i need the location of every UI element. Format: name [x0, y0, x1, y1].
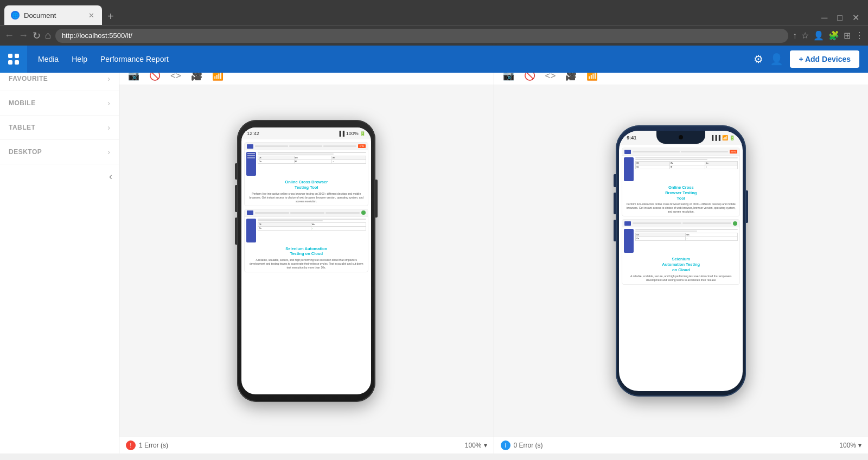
card2-heading-iphone: SeleniumAutomation Testingon Cloud [626, 257, 736, 272]
minimize-button[interactable]: ─ [817, 12, 832, 23]
address-bar[interactable] [62, 31, 782, 40]
card-1-galaxy: BTN [244, 142, 368, 206]
iphone12-panel: iPhone 12 (1170x2532 | 6.1 in) ↻ ✕ 📷 🚫 <… [494, 46, 869, 453]
android-status-bar: 12:42 ▐▐ 100% 🔋 [241, 127, 371, 139]
desktop-chevron-icon: › [107, 148, 110, 156]
app-bar-main: Media Help Performance Report ⚙ 👤 + Add … [0, 46, 868, 73]
logo-icon-main [6, 52, 21, 67]
galaxy-note9-footer: ! 1 Error (s) 100% ▾ [119, 437, 494, 453]
account-button-main[interactable]: 👤 [770, 53, 783, 66]
card1-text-galaxy: Perform live-interactive online cross br… [248, 192, 365, 203]
settings-button-main[interactable]: ⚙ [754, 53, 763, 66]
iphone-zoom-control[interactable]: 100% ▾ [839, 442, 861, 449]
browser-tab-active[interactable]: 🌐 Document ✕ [4, 5, 102, 25]
zoom-control[interactable]: 100% ▾ [465, 442, 487, 449]
zoom-value: 100% [465, 442, 482, 449]
new-tab-button[interactable]: + [104, 10, 117, 23]
card2-text-iphone: A reliable, scalable, secure, and high p… [626, 274, 736, 282]
window-controls: ─ □ ✕ [817, 12, 864, 23]
sidebar-collapse-button[interactable]: ‹ [107, 169, 114, 184]
nav-performance-main[interactable]: Performance Report [100, 55, 169, 63]
svg-rect-5 [15, 54, 19, 58]
mobile-chevron-icon: › [107, 99, 110, 107]
browser-toolbar: ← → ↻ ⌂ ↑ ☆ 👤 🧩 ⊞ ⋮ [0, 25, 868, 46]
browser-chrome: 🌐 Document ✕ + ─ □ ✕ [0, 0, 868, 25]
android-time: 12:42 [247, 131, 259, 136]
galaxy-note9-view: 12:42 ▐▐ 100% 🔋 [119, 85, 494, 437]
app-logo-main [0, 46, 27, 73]
iphone12-view: 9:41 ▐▐▐ 📶 🔋 [494, 85, 869, 437]
app-actions-main: ⚙ 👤 + Add Devices [754, 50, 868, 68]
zoom-chevron-icon: ▾ [484, 442, 487, 449]
close-window-button[interactable]: ✕ [848, 12, 864, 23]
sidebar-item-tablet[interactable]: TABLET › [0, 116, 119, 140]
iphone-notch [656, 131, 705, 144]
galaxy-note9-screen: 12:42 ▐▐ 100% 🔋 [241, 127, 371, 394]
card-1-iphone: BTN OSWinVer Chr90✓ [622, 148, 740, 216]
sidebar-item-desktop[interactable]: DESKTOP › [0, 140, 119, 164]
content-area: Media Help Performance Report ⚙ 👤 + Add … [119, 46, 868, 453]
tablet-chevron-icon: › [107, 123, 110, 132]
sidebar: 🔍 FAVOURITE › MOBILE › TABLET › DESKTOP … [0, 46, 119, 453]
iphone-zoom-chevron-icon: ▾ [858, 442, 861, 449]
favourite-label: FAVOURITE [9, 75, 48, 82]
nav-media-main[interactable]: Media [38, 55, 59, 63]
svg-rect-7 [15, 60, 19, 65]
card-2-galaxy: OSWin Chr✓ Selenium AutomationTesting on… [244, 209, 368, 273]
iphone-error-count-label: 0 Error (s) [514, 442, 543, 449]
iphone12-mockup: 9:41 ▐▐▐ 📶 🔋 [616, 125, 746, 397]
card2-heading-galaxy: Selenium AutomationTesting on Cloud [248, 246, 365, 257]
android-signal: ▐▐ 100% 🔋 [337, 131, 366, 136]
bookmark-icon: ☆ [801, 30, 809, 41]
app-nav-main: Media Help Performance Report [27, 55, 180, 63]
iphone-signal: ▐▐▐ 📶 🔋 [710, 135, 735, 140]
tablet-label: TABLET [9, 124, 35, 131]
galaxy-note9-panel: Media Help Performance Report ⚙ 👤 + Add … [119, 46, 494, 453]
share-icon: ↑ [793, 31, 797, 41]
reload-button[interactable]: ↻ [33, 30, 41, 42]
tab-close-button[interactable]: ✕ [87, 11, 95, 20]
add-devices-button-main[interactable]: + Add Devices [790, 50, 859, 68]
card1-heading-galaxy: Online Cross BrowserTesting Tool [248, 180, 365, 190]
error-count-label: 1 Error (s) [139, 442, 168, 449]
nav-help-main[interactable]: Help [72, 55, 87, 63]
svg-rect-6 [8, 60, 12, 65]
iphone-time: 9:41 [627, 135, 636, 140]
error-badge: ! [126, 440, 136, 450]
forward-button[interactable]: → [18, 30, 28, 41]
card1-heading-iphone: Online CrossBrowser TestingTool [626, 185, 736, 201]
extensions-icon: 🧩 [828, 30, 839, 41]
home-button[interactable]: ⌂ [45, 30, 51, 41]
card1-text-iphone: Perform live-interactive online cross br… [626, 202, 736, 214]
address-bar-container[interactable] [55, 29, 788, 43]
maximize-button[interactable]: □ [833, 12, 847, 23]
browser-extension-icons: ↑ ☆ 👤 🧩 ⊞ ⋮ [793, 30, 864, 41]
menu-icon: ⋮ [855, 30, 864, 41]
iphone-error-badge: i [501, 440, 510, 450]
svg-rect-4 [8, 54, 12, 58]
tab-title: Document [24, 11, 83, 20]
tab-favicon: 🌐 [11, 11, 20, 20]
split-icon: ⊞ [844, 30, 851, 41]
back-button[interactable]: ← [4, 30, 14, 41]
sidebar-item-mobile[interactable]: MOBILE › [0, 91, 119, 116]
iphone12-screen: 9:41 ▐▐▐ 📶 🔋 [619, 131, 743, 391]
mobile-label: MOBILE [9, 99, 36, 107]
favourite-chevron-icon: › [107, 74, 110, 83]
iphone12-footer: i 0 Error (s) 100% ▾ [494, 437, 869, 453]
card2-text-galaxy: A reliable, scalable, secure, and high p… [248, 258, 365, 270]
iphone-error-indicator: i 0 Error (s) [501, 440, 543, 450]
iphone-zoom-value: 100% [839, 442, 856, 449]
iphone12-web-content: BTN OSWinVer Chr90✓ [619, 145, 743, 391]
profile-icon: 👤 [813, 30, 824, 41]
card-2-iphone: OSWin Chr✓ SeleniumAutomation Testingon … [622, 219, 740, 284]
error-indicator: ! 1 Error (s) [126, 440, 168, 450]
galaxy-note9-mockup: 12:42 ▐▐ 100% 🔋 [237, 120, 375, 402]
galaxy-note9-web-content: BTN [241, 139, 371, 394]
desktop-label: DESKTOP [9, 148, 42, 156]
